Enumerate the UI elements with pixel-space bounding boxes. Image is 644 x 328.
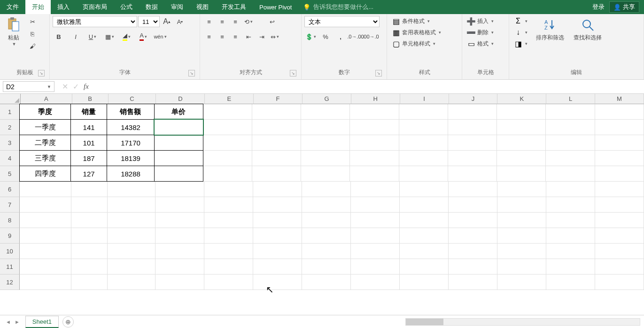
cell-styles-button[interactable]: ▢单元格样式▾: [390, 38, 443, 49]
menu-tab-powerpivot[interactable]: Power Pivot: [253, 0, 298, 14]
cell-H11[interactable]: [351, 259, 400, 275]
row-header-6[interactable]: 6: [0, 182, 20, 197]
column-header-H[interactable]: H: [351, 94, 400, 104]
cell-F8[interactable]: [253, 213, 302, 228]
cell-H9[interactable]: [351, 228, 400, 244]
cell-M9[interactable]: [595, 228, 644, 244]
cell-I6[interactable]: [400, 182, 449, 197]
row-header-1[interactable]: 1: [0, 104, 20, 120]
column-header-E[interactable]: E: [205, 94, 254, 104]
clipboard-launcher[interactable]: ↘: [38, 70, 45, 76]
cell-C4[interactable]: 18139: [107, 150, 155, 166]
cell-G3[interactable]: [301, 135, 350, 151]
cell-I1[interactable]: [399, 104, 448, 120]
cell-G1[interactable]: [301, 104, 350, 120]
copy-button[interactable]: ⎘: [26, 28, 39, 39]
cell-K1[interactable]: [497, 104, 546, 120]
format-as-table-button[interactable]: ▦套用表格格式▾: [390, 27, 443, 38]
cell-D3[interactable]: [154, 135, 203, 151]
cell-C5[interactable]: 18288: [107, 166, 155, 182]
cell-H8[interactable]: [351, 213, 400, 228]
align-center-button[interactable]: ≡: [216, 31, 228, 42]
cell-C8[interactable]: [108, 213, 155, 228]
menu-tab-insert[interactable]: 插入: [51, 0, 76, 14]
cell-K9[interactable]: [497, 228, 546, 244]
cell-B6[interactable]: [71, 182, 108, 197]
cell-K3[interactable]: [497, 135, 546, 151]
cell-G9[interactable]: [302, 228, 351, 244]
cell-L8[interactable]: [546, 213, 595, 228]
number-format-select[interactable]: 文本: [304, 16, 380, 27]
menu-tab-layout[interactable]: 页面布局: [76, 0, 114, 14]
cell-E3[interactable]: [203, 135, 252, 151]
row-header-4[interactable]: 4: [0, 151, 20, 166]
cell-M12[interactable]: [595, 275, 644, 290]
horizontal-scrollbar[interactable]: [74, 318, 644, 326]
format-painter-button[interactable]: 🖌: [26, 40, 39, 52]
cell-G10[interactable]: [302, 244, 351, 259]
cell-F1[interactable]: [252, 104, 301, 120]
cell-D4[interactable]: [154, 150, 203, 166]
cell-G2[interactable]: [301, 120, 350, 135]
conditional-format-button[interactable]: ▤条件格式▾: [390, 16, 443, 26]
cell-A10[interactable]: [20, 244, 71, 259]
cell-C1[interactable]: 销售额: [107, 104, 155, 120]
sheet-nav-last-button[interactable]: ►: [15, 319, 20, 325]
cell-I7[interactable]: [400, 197, 449, 213]
column-header-M[interactable]: M: [595, 94, 644, 104]
cell-I3[interactable]: [399, 135, 448, 151]
font-launcher[interactable]: ↘: [188, 70, 195, 76]
row-header-3[interactable]: 3: [0, 135, 20, 151]
cell-M5[interactable]: [595, 166, 644, 182]
cell-D10[interactable]: [155, 244, 204, 259]
cell-A2[interactable]: 一季度: [19, 119, 71, 135]
cell-E11[interactable]: [204, 259, 253, 275]
cell-M7[interactable]: [595, 197, 644, 213]
clear-button[interactable]: ◨▾: [512, 38, 529, 49]
cell-D9[interactable]: [155, 228, 204, 244]
cell-J1[interactable]: [448, 104, 497, 120]
cell-A1[interactable]: 季度: [19, 104, 71, 120]
cell-B4[interactable]: 187: [70, 150, 107, 166]
spreadsheet-grid[interactable]: ABCDEFGHIJKLM 1季度销量销售额单价2一季度141143823二季度…: [0, 94, 644, 296]
cell-F3[interactable]: [252, 135, 301, 151]
cell-C6[interactable]: [108, 182, 155, 197]
cell-B10[interactable]: [71, 244, 108, 259]
align-bottom-button[interactable]: ≡: [229, 16, 241, 27]
cell-E1[interactable]: [203, 104, 252, 120]
cell-J9[interactable]: [449, 228, 497, 244]
cell-F9[interactable]: [253, 228, 302, 244]
cell-M3[interactable]: [595, 135, 644, 151]
merge-center-button[interactable]: ⇔▾: [269, 31, 281, 42]
cell-H5[interactable]: [350, 166, 399, 182]
cell-K7[interactable]: [497, 197, 546, 213]
cell-D5[interactable]: [154, 166, 203, 182]
cell-I9[interactable]: [400, 228, 449, 244]
cell-H6[interactable]: [351, 182, 400, 197]
find-select-button[interactable]: 查找和选择: [571, 16, 605, 43]
number-launcher[interactable]: ↘: [375, 70, 382, 76]
menu-tab-formulas[interactable]: 公式: [114, 0, 139, 14]
italic-button[interactable]: I: [70, 31, 82, 42]
cell-G8[interactable]: [302, 213, 351, 228]
cell-E9[interactable]: [204, 228, 253, 244]
share-button[interactable]: 👤 共享: [609, 1, 639, 13]
select-all-corner[interactable]: [0, 94, 21, 104]
cell-C3[interactable]: 17170: [107, 135, 155, 151]
cell-K12[interactable]: [497, 275, 546, 290]
align-middle-button[interactable]: ≡: [216, 16, 228, 27]
cell-G6[interactable]: [302, 182, 351, 197]
cell-I4[interactable]: [399, 151, 448, 166]
cell-F6[interactable]: [253, 182, 302, 197]
cell-J8[interactable]: [449, 213, 497, 228]
cell-H12[interactable]: [351, 275, 400, 290]
cell-K8[interactable]: [497, 213, 546, 228]
tell-me-search[interactable]: 💡 告诉我您想要做什么...: [303, 0, 373, 14]
cell-B3[interactable]: 101: [70, 135, 107, 151]
insert-cells-button[interactable]: ➕插入▾: [465, 16, 496, 26]
borders-button[interactable]: ▦▾: [103, 31, 116, 42]
cell-D1[interactable]: 单价: [154, 104, 203, 120]
cell-G5[interactable]: [301, 166, 350, 182]
cell-C7[interactable]: [108, 197, 155, 213]
cell-C9[interactable]: [108, 228, 155, 244]
